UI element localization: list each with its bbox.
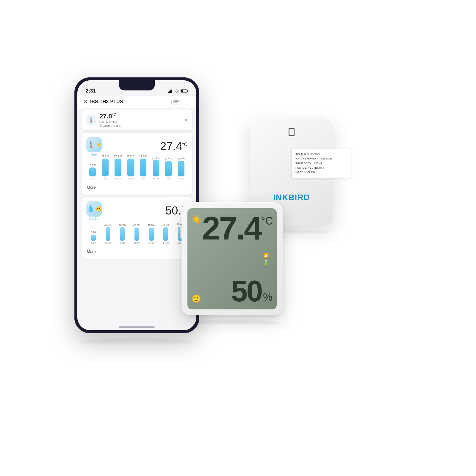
device-title: IBS-TH3-PLUS	[90, 99, 123, 104]
status-icons	[168, 89, 188, 93]
hum-bar-col: 48.7% 14:10	[159, 223, 173, 244]
temp-number: 27.4	[160, 140, 182, 153]
svg-rect-3	[171, 90, 172, 93]
bar-value: 27.6°C	[152, 156, 160, 159]
device-wifi-icon: 📶	[263, 253, 268, 258]
close-icon[interactable]: ✕	[83, 98, 88, 105]
phone-screen: 2:31	[77, 80, 196, 330]
alert-banner: 🌡️ 27.0°C 03-14 10:05 Disarm the alarm	[82, 109, 192, 130]
alert-datetime: 03-14 10:05	[99, 120, 117, 124]
temp-bar-col: 7.9°C 3:20	[86, 164, 99, 180]
bar-value: 27.9°C	[139, 155, 147, 158]
device-temp-unit: °C	[261, 215, 273, 227]
more-menu-icon[interactable]: ⋮	[184, 98, 190, 105]
home-indicator	[119, 326, 155, 328]
temp-icon-group: 🌡️ ☀️ Heat	[86, 137, 102, 156]
label-line-4: FCC ID:2AYZD-IBSTH3	[295, 166, 347, 170]
bar-rect	[89, 167, 96, 176]
bar-time: 14:10	[153, 177, 159, 180]
device-sun-icon: ☀️	[192, 215, 202, 225]
bar-value: 7.9°C	[90, 164, 96, 167]
device-status-icons: 📶 🔋	[263, 253, 268, 265]
bar-value: 48.8%	[104, 223, 112, 226]
bar-time: 13:30	[102, 177, 108, 180]
humidity-section-top: 💧 😊 Comfort 50.5	[86, 201, 187, 220]
bar-time: 13:50	[128, 177, 134, 180]
status-time: 2:31	[86, 88, 96, 94]
hum-bar-col: 48.8% 13:30	[101, 223, 115, 244]
bar-time: 13:50	[134, 242, 140, 244]
phone-notch	[119, 80, 155, 90]
bar-rect-hum	[120, 227, 125, 241]
device-side-button[interactable]	[180, 226, 181, 238]
device-temp-display: 27.4 °C	[202, 212, 273, 245]
scene: 2:31	[74, 60, 402, 416]
hum-more-label: More	[87, 249, 96, 254]
device-lcd-screen: ☀️ 27.4 °C 📶 🔋 🙂 50 %	[187, 208, 277, 309]
bar-time: 14:00	[140, 177, 146, 180]
hum-bar-col: 3.9% 3:20	[86, 231, 101, 244]
temp-more-arrow: ›	[185, 184, 187, 190]
bar-rect	[127, 159, 134, 176]
hum-label: Comfort	[86, 217, 102, 220]
bar-value: 27.9°C	[101, 155, 109, 158]
bar-time: 3:20	[90, 177, 95, 180]
temp-more-row[interactable]: More ›	[86, 182, 187, 190]
temp-bar-col: 27.9°C 13:30	[99, 155, 112, 180]
temp-bar-col: 27.4°C 14:20	[162, 157, 175, 180]
temp-bar-col: 27.4°C 14:30	[175, 157, 188, 180]
bar-time: 13:40	[119, 242, 125, 244]
alert-temp-number: 27.0	[99, 112, 112, 120]
bar-time: 14:30	[178, 177, 184, 180]
label-line-2: RATURE HUMIDITY SENSOR	[295, 156, 347, 161]
device-hum-row: 🙂 50 %	[192, 261, 273, 306]
alert-left: 🌡️ 27.0°C 03-14 10:05 Disarm the alarm	[86, 112, 124, 127]
svg-rect-1	[169, 91, 170, 93]
inkbird-brand-label: INKBIRD	[273, 193, 310, 202]
temp-value: 27.4°C	[160, 140, 187, 153]
device-hum-value: 50	[231, 276, 262, 306]
bar-time: 13:30	[105, 242, 111, 244]
phone-inner: 2:31	[77, 80, 196, 330]
bar-value: 27.4°C	[165, 157, 172, 160]
alert-thermometer-icon: 🌡️	[86, 115, 96, 125]
bar-rect-hum	[91, 235, 96, 241]
temp-unit: °C	[182, 142, 187, 147]
device-comfort-icon: 🙂	[192, 294, 201, 303]
hum-bar-col: 48.9% 13:40	[115, 223, 130, 244]
device-front: ☀️ 27.4 °C 📶 🔋 🙂 50 %	[181, 202, 283, 315]
bar-rect	[102, 159, 109, 176]
alert-message: Disarm the alarm	[99, 124, 124, 127]
hum-more-row[interactable]: More ›	[86, 246, 187, 255]
label-line-5: MADE IN CHINA	[295, 170, 347, 175]
temp-bar-col: 27.9°C 13:40	[112, 155, 124, 180]
bar-value: 48.5%	[148, 224, 155, 227]
temp-bar-col: 27.9°C 13:50	[124, 155, 137, 180]
sun-icon: ☀️	[96, 142, 101, 147]
phone-reflection	[80, 339, 193, 346]
alert-temp-display: 27.0°C	[99, 112, 124, 120]
device-hook	[289, 128, 295, 136]
temp-icon-box: 🌡️ ☀️	[86, 137, 102, 152]
device-temp-row: ☀️ 27.4 °C	[192, 212, 273, 261]
bar-rect	[178, 161, 184, 176]
device-hum-display: 50 %	[231, 276, 273, 306]
alert-info: 27.0°C 03-14 10:05 Disarm the alarm	[99, 112, 124, 127]
bar-value: 48.7%	[162, 223, 169, 226]
hum-bar-chart: 3.9% 3:20 48.8% 13:30 48.9% 13:40 48.5% …	[86, 223, 187, 244]
bar-value: 3.9%	[91, 231, 96, 234]
device-battery-icon: 🔋	[263, 260, 268, 265]
bar-value: 27.9°C	[127, 155, 134, 158]
svg-rect-6	[181, 90, 183, 92]
alert-dismiss-button[interactable]: ✕	[184, 117, 188, 123]
app-header: ✕ IBS-TH3-PLUS 25% ⋮	[77, 96, 196, 108]
bar-rect-hum	[106, 227, 110, 241]
bar-time: 14:20	[165, 177, 171, 180]
bar-value: 48.9%	[119, 223, 126, 226]
device-display: ☀️ 27.4 °C 📶 🔋 🙂 50 %	[187, 208, 277, 309]
thermometer-icon: 🌡️	[87, 141, 95, 148]
hum-bar-col: 48.5% 14:00	[144, 224, 159, 244]
temperature-section-top: 🌡️ ☀️ Heat 27.4°C	[86, 137, 187, 156]
app-header-left: ✕ IBS-TH3-PLUS	[83, 98, 123, 105]
temp-bar-col: 27.9°C 14:00	[137, 155, 150, 180]
